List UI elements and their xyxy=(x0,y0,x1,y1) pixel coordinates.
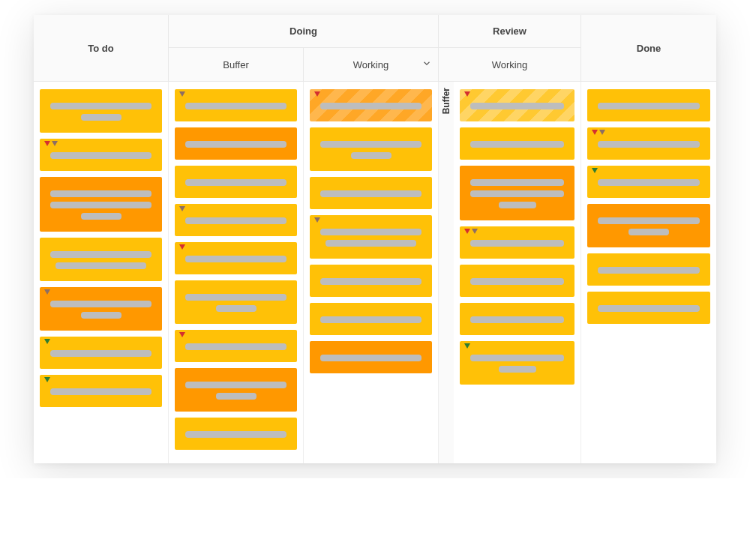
card-text-placeholder xyxy=(81,213,122,220)
kanban-card[interactable] xyxy=(175,89,297,121)
card-text-placeholder xyxy=(320,103,422,109)
card-text-placeholder xyxy=(598,103,700,109)
kanban-card[interactable] xyxy=(175,280,297,324)
card-text-placeholder xyxy=(470,240,564,247)
kanban-card[interactable] xyxy=(175,127,297,160)
kanban-card[interactable] xyxy=(460,265,574,297)
pin-icon xyxy=(314,217,320,223)
column-header-done[interactable]: Done xyxy=(581,15,716,81)
kanban-card[interactable] xyxy=(460,89,574,121)
card-text-placeholder xyxy=(470,103,564,109)
kanban-card[interactable] xyxy=(40,177,162,232)
card-text-placeholder xyxy=(185,103,286,109)
chevron-down-icon[interactable] xyxy=(422,58,432,71)
kanban-card[interactable] xyxy=(40,139,162,171)
card-text-placeholder xyxy=(351,152,392,159)
pin-icon xyxy=(314,91,320,97)
kanban-card[interactable] xyxy=(40,337,162,369)
column-subheader-doing-working[interactable]: Working xyxy=(304,48,438,81)
card-text-placeholder xyxy=(470,179,564,186)
kanban-card[interactable] xyxy=(310,127,432,171)
card-text-placeholder xyxy=(216,305,256,312)
column-done[interactable] xyxy=(581,82,716,463)
column-todo[interactable] xyxy=(34,82,169,463)
pin-icon xyxy=(599,130,605,135)
kanban-card[interactable] xyxy=(40,89,162,133)
column-doing-collapsed[interactable]: Buffer xyxy=(439,82,454,463)
card-text-placeholder xyxy=(56,262,147,269)
column-subheader-doing-buffer[interactable]: Buffer xyxy=(169,48,304,81)
kanban-card[interactable] xyxy=(310,215,432,259)
board-body: Buffer xyxy=(34,82,716,463)
kanban-card[interactable] xyxy=(587,292,710,324)
pin-icon xyxy=(464,229,470,234)
column-header-label: Review xyxy=(493,25,526,37)
kanban-card[interactable] xyxy=(460,166,574,220)
kanban-card[interactable] xyxy=(175,368,297,412)
kanban-card[interactable] xyxy=(460,226,574,259)
column-header-label: Done xyxy=(637,43,662,54)
kanban-card[interactable] xyxy=(587,89,710,121)
column-subheader-review-working[interactable]: Working xyxy=(439,48,580,81)
pin-icon xyxy=(179,206,185,211)
kanban-card[interactable] xyxy=(310,341,432,373)
card-text-placeholder xyxy=(50,350,152,357)
kanban-card[interactable] xyxy=(460,341,574,385)
column-header-label: To do xyxy=(88,43,113,54)
kanban-card[interactable] xyxy=(310,303,432,335)
kanban-card[interactable] xyxy=(175,242,297,274)
pin-icon xyxy=(44,377,50,382)
card-text-placeholder xyxy=(216,393,256,400)
card-text-placeholder xyxy=(320,190,422,197)
kanban-card[interactable] xyxy=(587,204,710,247)
column-header-doing: Doing Buffer Working xyxy=(169,15,439,81)
kanban-card[interactable] xyxy=(175,330,297,362)
column-review-working[interactable] xyxy=(454,82,581,463)
card-text-placeholder xyxy=(185,431,286,438)
card-text-placeholder xyxy=(185,294,286,301)
pin-icon xyxy=(179,244,185,250)
column-doing-buffer[interactable] xyxy=(169,82,304,463)
kanban-card[interactable] xyxy=(587,253,710,286)
column-header-doing-top[interactable]: Doing xyxy=(169,15,438,48)
card-text-placeholder xyxy=(320,229,422,235)
kanban-card[interactable] xyxy=(310,265,432,297)
pin-icon xyxy=(464,91,470,97)
kanban-card[interactable] xyxy=(40,375,162,407)
column-header-todo[interactable]: To do xyxy=(34,15,169,81)
card-text-placeholder xyxy=(598,305,700,312)
kanban-card[interactable] xyxy=(587,127,710,160)
pin-icon xyxy=(464,343,470,349)
kanban-card[interactable] xyxy=(40,238,162,281)
card-text-placeholder xyxy=(598,267,700,274)
column-header-review-top[interactable]: Review xyxy=(439,15,580,48)
card-text-placeholder xyxy=(50,152,152,159)
card-text-placeholder xyxy=(50,190,152,197)
kanban-card[interactable] xyxy=(587,166,710,198)
kanban-card[interactable] xyxy=(40,287,162,331)
column-doing-working[interactable] xyxy=(304,82,439,463)
kanban-card[interactable] xyxy=(460,303,574,335)
card-text-placeholder xyxy=(598,179,700,186)
kanban-card[interactable] xyxy=(310,89,432,121)
card-text-placeholder xyxy=(320,141,422,148)
kanban-board: To do Doing Buffer Working Review xyxy=(34,15,716,463)
pin-icon xyxy=(472,229,478,234)
card-text-placeholder xyxy=(470,355,564,361)
card-text-placeholder xyxy=(185,382,286,388)
card-text-placeholder xyxy=(185,217,286,224)
card-text-placeholder xyxy=(185,256,286,262)
card-text-placeholder xyxy=(50,301,152,307)
kanban-card[interactable] xyxy=(175,166,297,198)
kanban-card[interactable] xyxy=(310,177,432,209)
card-text-placeholder xyxy=(81,312,122,319)
kanban-card[interactable] xyxy=(175,204,297,236)
pin-icon xyxy=(52,141,58,146)
card-text-placeholder xyxy=(185,141,286,148)
card-text-placeholder xyxy=(470,141,564,148)
card-text-placeholder xyxy=(499,202,536,208)
kanban-card[interactable] xyxy=(175,418,297,450)
card-text-placeholder xyxy=(50,388,152,395)
card-text-placeholder xyxy=(185,343,286,350)
kanban-card[interactable] xyxy=(460,127,574,160)
